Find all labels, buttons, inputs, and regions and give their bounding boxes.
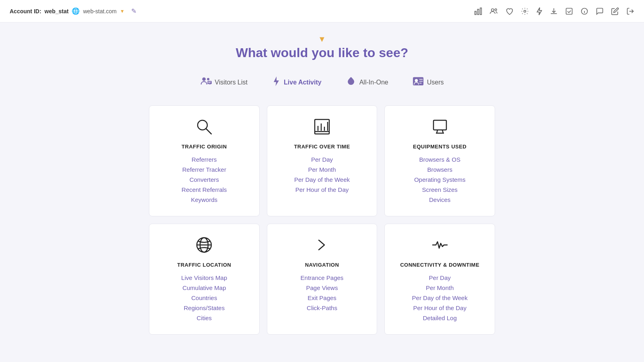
users-header-icon[interactable] (489, 7, 498, 15)
svg-rect-1 (477, 9, 479, 14)
connectivity-icon (431, 236, 449, 256)
link-countries[interactable]: Countries (181, 294, 227, 302)
traffic-origin-title: TRAFFIC ORIGIN (182, 144, 227, 150)
svg-rect-29 (433, 120, 446, 130)
traffic-origin-links: Referrers Referrer Tracker Converters Re… (182, 155, 227, 204)
live-activity-icon (272, 76, 281, 89)
card-connectivity: CONNECTIVITY & DOWNTIME Per Day Per Mont… (384, 224, 495, 335)
tab-users[interactable]: Users (413, 72, 444, 93)
svg-point-3 (491, 8, 494, 11)
link-browsers-os[interactable]: Browsers & OS (414, 155, 466, 164)
link-page-views[interactable]: Page Views (301, 284, 344, 292)
tab-visitors-label: Visitors List (215, 79, 248, 86)
link-conn-per-month[interactable]: Per Month (412, 284, 468, 292)
tab-all-in-one[interactable]: All-In-One (346, 72, 388, 93)
link-per-month[interactable]: Per Month (294, 165, 350, 174)
navigation-icon (313, 236, 331, 256)
link-per-day-of-week[interactable]: Per Day of the Week (294, 175, 350, 184)
download-header-icon[interactable] (550, 7, 558, 15)
main-nav: Visitors List Live Activity All-In-One (149, 72, 495, 93)
equipments-title: EQUIPMENTS USED (413, 144, 466, 150)
card-navigation: NAVIGATION Entrance Pages Page Views Exi… (267, 224, 378, 335)
link-cumulative-map[interactable]: Cumulative Map (181, 284, 227, 292)
header-actions (474, 7, 634, 16)
link-per-day[interactable]: Per Day (294, 155, 350, 164)
edit-header-icon[interactable] (611, 7, 619, 15)
tab-users-label: Users (427, 79, 444, 86)
settings-header-icon[interactable] (521, 7, 529, 15)
traffic-location-title: TRAFFIC LOCATION (177, 262, 231, 268)
link-click-paths[interactable]: Click-Paths (301, 304, 344, 312)
tab-live-label: Live Activity (284, 79, 322, 86)
link-conn-per-hour[interactable]: Per Hour of the Day (412, 304, 468, 312)
account-label: Account ID: (10, 8, 41, 14)
dropdown-arrow[interactable]: ▼ (120, 8, 125, 14)
link-per-hour[interactable]: Per Hour of the Day (294, 185, 350, 194)
equipments-links: Browsers & OS Browsers Operating Systems… (414, 155, 466, 204)
equipments-icon (431, 118, 449, 138)
card-equipments: EQUIPMENTS USED Browsers & OS Browsers O… (384, 105, 495, 216)
link-os[interactable]: Operating Systems (414, 175, 466, 184)
page-title-section: ▼ What would you like to see? (149, 35, 495, 60)
svg-rect-2 (480, 8, 481, 14)
card-traffic-location: TRAFFIC LOCATION Live Visitors Map Cumul… (149, 224, 260, 335)
visitors-list-icon (200, 76, 212, 88)
svg-point-17 (415, 79, 417, 82)
info-header-icon[interactable] (580, 7, 588, 15)
link-live-visitors-map[interactable]: Live Visitors Map (181, 274, 227, 282)
site-name: web-stat.com (83, 8, 116, 14)
traffic-location-icon (195, 236, 213, 256)
navigation-title: NAVIGATION (305, 262, 339, 268)
link-conn-per-day-week[interactable]: Per Day of the Week (412, 294, 468, 302)
account-info: Account ID: web_stat 🌐 web-stat.com ▼ ✎ (10, 7, 136, 15)
svg-point-12 (207, 78, 209, 80)
tab-visitors-list[interactable]: Visitors List (200, 72, 248, 93)
card-traffic-origin: TRAFFIC ORIGIN Referrers Referrer Tracke… (149, 105, 260, 216)
svg-rect-6 (566, 8, 572, 14)
analytics-icon[interactable] (474, 7, 482, 15)
traffic-time-title: TRAFFIC OVER TIME (294, 144, 350, 150)
link-conn-per-day[interactable]: Per Day (412, 274, 468, 282)
traffic-time-icon (313, 118, 331, 138)
traffic-time-links: Per Day Per Month Per Day of the Week Pe… (294, 155, 350, 194)
link-regions-states[interactable]: Regions/States (181, 304, 227, 312)
main-content: ▼ What would you like to see? Visitors L… (141, 23, 503, 347)
navigation-links: Entrance Pages Page Views Exit Pages Cli… (301, 274, 344, 312)
svg-rect-0 (475, 11, 476, 14)
svg-line-22 (206, 129, 211, 134)
site-icon: 🌐 (72, 7, 80, 15)
link-cities[interactable]: Cities (181, 314, 227, 322)
edit-account-icon[interactable]: ✎ (131, 7, 136, 15)
account-id: web_stat (45, 8, 69, 14)
svg-point-4 (495, 8, 497, 10)
tab-allinone-label: All-In-One (359, 79, 388, 86)
tab-live-activity[interactable]: Live Activity (272, 72, 322, 93)
link-screen-sizes[interactable]: Screen Sizes (414, 185, 466, 194)
svg-point-11 (202, 77, 206, 81)
link-recent-referrals[interactable]: Recent Referrals (182, 185, 227, 194)
logout-header-icon[interactable] (626, 7, 634, 15)
comment-header-icon[interactable] (596, 7, 604, 15)
link-referrer-tracker[interactable]: Referrer Tracker (182, 165, 227, 174)
card-traffic-over-time: TRAFFIC OVER TIME Per Day Per Month Per … (267, 105, 378, 216)
connectivity-links: Per Day Per Month Per Day of the Week Pe… (412, 274, 468, 322)
cards-grid: TRAFFIC ORIGIN Referrers Referrer Tracke… (149, 105, 495, 335)
link-referrers[interactable]: Referrers (182, 155, 227, 164)
link-detailed-log[interactable]: Detailed Log (412, 314, 468, 322)
traffic-origin-icon (195, 118, 213, 138)
checkbox-header-icon[interactable] (565, 7, 573, 15)
traffic-location-links: Live Visitors Map Cumulative Map Countri… (181, 274, 227, 322)
users-tab-icon (413, 76, 424, 88)
link-keywords[interactable]: Keywords (182, 195, 227, 204)
heart-header-icon[interactable] (506, 8, 514, 15)
link-devices[interactable]: Devices (414, 195, 466, 204)
title-arrow: ▼ (149, 35, 495, 44)
link-exit-pages[interactable]: Exit Pages (301, 294, 344, 302)
link-entrance-pages[interactable]: Entrance Pages (301, 274, 344, 282)
link-converters[interactable]: Converters (182, 175, 227, 184)
all-in-one-icon (346, 76, 356, 89)
link-browsers[interactable]: Browsers (414, 165, 466, 174)
svg-point-5 (524, 10, 526, 12)
connectivity-title: CONNECTIVITY & DOWNTIME (400, 262, 479, 268)
lightning-header-icon[interactable] (536, 7, 543, 16)
